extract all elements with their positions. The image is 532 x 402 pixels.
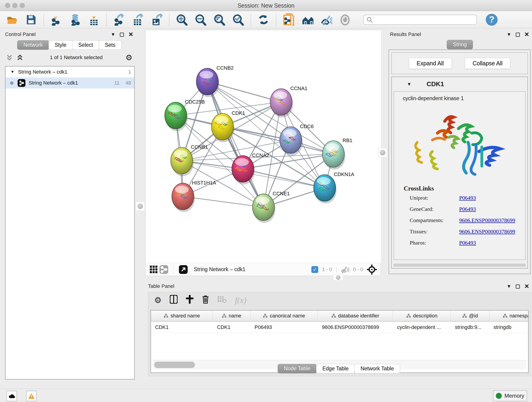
expand-all-button[interactable]: Expand All [409, 58, 452, 69]
expand-all-networks-icon[interactable] [17, 54, 23, 61]
network-node-label: HIST1H1A [192, 180, 216, 186]
network-node-label: CDC25B [185, 99, 205, 105]
table-settings-gear-icon[interactable]: ⚙ [154, 295, 162, 305]
table-panel-float-icon[interactable]: ▢ [515, 283, 520, 289]
column-type-icon [406, 313, 411, 318]
zoom-fit-icon[interactable] [214, 14, 225, 26]
network-node-CCNA1[interactable]: CCNA1 [270, 85, 307, 118]
fit-selected-crosshair-icon[interactable] [367, 264, 377, 274]
left-splitter-handle[interactable] [136, 202, 145, 211]
zoom-selected-icon[interactable] [232, 14, 244, 26]
table-cell[interactable]: stringdb:9... [451, 322, 489, 333]
control-panel-collapse-icon[interactable]: ▼ [111, 32, 115, 37]
table-cell[interactable]: CDK1 [213, 322, 250, 333]
table-cell[interactable]: stringdb [489, 322, 529, 333]
import-network-file-icon[interactable] [51, 14, 62, 26]
table-panel-close-icon[interactable]: ✕ [524, 283, 529, 290]
network-canvas[interactable]: CCNB2CCNA1CDC25BCDK1CDC6RB1CCNB1CCNA2CDK… [146, 30, 381, 263]
import-table-icon[interactable] [88, 14, 100, 26]
network-row[interactable]: String Network – cdk1 11 48 [6, 77, 134, 89]
selected-checkbox-icon[interactable]: ✓ [311, 266, 318, 273]
show-columns-icon[interactable] [170, 295, 177, 306]
network-node-CDC25B[interactable]: CDC25B [165, 99, 205, 131]
control-panel-float-icon[interactable]: ▢ [119, 32, 124, 37]
help-button[interactable]: ? [486, 14, 498, 26]
zoom-in-icon[interactable] [176, 14, 188, 26]
export-table-icon[interactable] [132, 14, 144, 26]
network-node-CCNB2[interactable]: CCNB2 [196, 65, 234, 97]
tab-node-table[interactable]: Node Table [278, 364, 317, 373]
network-options-gear-icon[interactable]: ⚙ [126, 53, 133, 62]
open-in-window-icon[interactable] [178, 264, 189, 275]
column-header-namespace[interactable]: namespace [489, 311, 529, 321]
warnings-button[interactable] [26, 391, 37, 401]
network-node-CCNB1[interactable]: CCNB1 [171, 144, 208, 176]
table-cell[interactable]: P06493 [250, 322, 318, 333]
export-image-icon[interactable] [151, 14, 163, 26]
string-network-badge-icon [18, 79, 25, 87]
tab-sets[interactable]: Sets [99, 40, 122, 50]
table-row[interactable]: CDK1CDK1P064939606.ENSP00000378699cyclin… [151, 322, 528, 333]
save-session-icon[interactable] [25, 14, 37, 26]
bottom-splitter-handle[interactable] [333, 274, 343, 281]
birdseye-grid-icon[interactable] [149, 264, 158, 275]
collapse-all-button[interactable]: Collapse All [465, 58, 511, 69]
collapse-all-networks-icon[interactable] [6, 54, 13, 61]
tab-network-table[interactable]: Network Table [355, 364, 400, 373]
network-edge[interactable] [243, 169, 325, 188]
column-header--id[interactable]: @id [451, 311, 489, 321]
tab-edge-table[interactable]: Edge Table [316, 364, 355, 373]
hide-glasses-icon[interactable] [320, 14, 332, 26]
string-home-icon[interactable] [302, 14, 313, 26]
network-node-CCNA2[interactable]: CCNA2 [232, 153, 269, 185]
network-edge[interactable] [207, 82, 264, 207]
crosslink-link[interactable]: P06493 [459, 195, 476, 201]
network-edge[interactable] [183, 196, 264, 207]
tab-style[interactable]: Style [49, 40, 73, 50]
results-panel-float-icon[interactable]: ▢ [515, 32, 520, 37]
add-column-icon[interactable] [186, 295, 194, 306]
gene-collapse-caret-icon[interactable]: ▼ [407, 82, 412, 87]
delete-column-icon[interactable] [202, 295, 209, 306]
table-cell[interactable]: cyclin-dependent ... [393, 322, 451, 333]
column-type-icon [263, 313, 267, 318]
crosslink-link[interactable]: 9606.ENSP00000378699 [459, 229, 515, 235]
export-network-icon[interactable] [113, 14, 125, 26]
tree-expand-caret-icon[interactable]: ▼ [11, 70, 14, 74]
session-title: Session: New Session [0, 2, 532, 9]
network-node-HIST1H1A[interactable]: HIST1H1A [172, 180, 216, 212]
share-document-icon[interactable] [283, 14, 295, 26]
zoom-out-icon[interactable] [195, 14, 207, 26]
table-cell[interactable]: 9606.ENSP00000378699 [318, 322, 393, 333]
crosslink-link[interactable]: P06493 [459, 206, 476, 212]
column-header-database-identifier[interactable]: database identifier [318, 311, 393, 321]
column-header-shared-name[interactable]: shared name [151, 311, 213, 321]
table-panel-collapse-icon[interactable]: ▼ [507, 284, 511, 289]
network-node-CDKN1A[interactable]: CDKN1A [314, 172, 355, 204]
string-badge-gray-icon[interactable] [158, 264, 169, 275]
cloud-status-button[interactable] [6, 391, 17, 401]
network-collection-row[interactable]: ▼ String Network – cdk1 1 [6, 66, 134, 77]
network-node-CCNE1[interactable]: CCNE1 [253, 191, 290, 223]
results-panel-collapse-icon[interactable]: ▼ [507, 32, 511, 37]
tab-network[interactable]: Network [17, 40, 49, 50]
right-splitter-handle[interactable] [378, 148, 387, 157]
network-node-RB1[interactable]: RB1 [322, 138, 352, 170]
crosslink-link[interactable]: P06493 [459, 240, 476, 246]
search-input[interactable] [373, 17, 471, 23]
column-header-description[interactable]: description [393, 311, 451, 321]
refresh-icon[interactable] [258, 14, 269, 26]
column-header-canonical-name[interactable]: canonical name [250, 311, 318, 321]
gene-scrollbar[interactable] [394, 264, 526, 267]
table-cell[interactable]: CDK1 [151, 322, 213, 333]
tab-select[interactable]: Select [72, 40, 99, 50]
results-panel-close-icon[interactable]: ✕ [524, 31, 529, 38]
network-view-dot-icon [10, 81, 13, 85]
tab-string[interactable]: String [447, 40, 473, 49]
memory-button[interactable]: Memory [493, 390, 527, 401]
control-panel-close-icon[interactable]: ✕ [128, 31, 133, 38]
import-network-database-icon[interactable] [69, 14, 81, 26]
open-session-icon[interactable] [6, 14, 18, 26]
crosslink-link[interactable]: 9606.ENSP00000378699 [459, 217, 515, 223]
column-header-name[interactable]: name [213, 311, 250, 321]
